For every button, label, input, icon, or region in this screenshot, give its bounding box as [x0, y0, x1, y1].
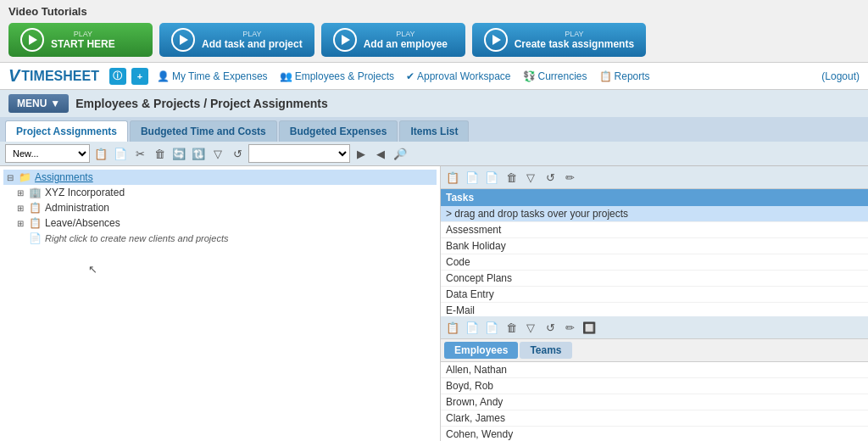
tab-budgeted-expenses[interactable]: Budgeted Expenses — [279, 120, 398, 142]
rt-icon-2[interactable]: 📄 — [464, 169, 481, 186]
start-here-btn[interactable]: PLAY START HERE — [8, 23, 153, 57]
bt-icon-5[interactable]: ↺ — [542, 319, 559, 336]
breadcrumb-bar: MENU ▼ Employees & Projects / Project As… — [0, 90, 868, 117]
breadcrumb: Employees & Projects / Project Assignmen… — [75, 97, 327, 110]
toolbar-icon-9[interactable]: 🔎 — [392, 145, 409, 162]
bt-icon-2[interactable]: 📄 — [464, 319, 481, 336]
tree-label-hint: Right click to create new clients and pr… — [45, 233, 228, 243]
employee-list: Allen, Nathan Boyd, Rob Brown, Andy Clar… — [441, 362, 868, 441]
rt-edit-icon[interactable]: ✏ — [561, 169, 578, 186]
tree-xyz-incorporated[interactable]: ⊞ 🏢 XYZ Incorporated — [15, 185, 437, 200]
tasks-header: Tasks — [441, 189, 868, 206]
bt-icon-3[interactable]: 📄 — [483, 319, 500, 336]
rt-filter-icon[interactable]: ▽ — [522, 169, 539, 186]
toolbar-icon-3[interactable]: ✂ — [131, 145, 148, 162]
bt-filter-icon[interactable]: ▽ — [522, 319, 539, 336]
task-bank-holiday[interactable]: Bank Holiday — [441, 238, 868, 254]
emp-allen-nathan[interactable]: Allen, Nathan — [441, 362, 868, 378]
tab-teams[interactable]: Teams — [520, 342, 571, 359]
toolbar-icon-2[interactable]: 📄 — [112, 145, 129, 162]
nav-approval[interactable]: ✔ Approval Workspace — [403, 70, 515, 82]
hint-icon: 📄 — [29, 232, 42, 244]
leave-icon: 📋 — [29, 217, 42, 229]
video-buttons-container: PLAY START HERE PLAY Add task and projec… — [8, 23, 860, 57]
logout-link[interactable]: (Logout) — [821, 70, 860, 82]
add-task-project-btn[interactable]: PLAY Add task and project — [159, 23, 314, 57]
logo-text: TIMESHEET — [21, 69, 99, 84]
toolbar-icon-1[interactable]: 📋 — [92, 145, 109, 162]
top-nav: V TIMESHEET ⓘ + 👤 My Time & Expenses 👥 E… — [0, 63, 868, 90]
rt-icon-1[interactable]: 📋 — [444, 169, 461, 186]
rt-icon-4[interactable]: 🗑 — [503, 169, 520, 186]
person-icon: 👤 — [157, 70, 170, 82]
panels: ⊟ 📁 Assignments ⊞ 🏢 XYZ Incorporated ⊞ 📋… — [0, 166, 868, 441]
xyz-icon: 🏢 — [29, 187, 42, 198]
tree-label-assignments: Assignments — [35, 171, 93, 183]
nav-icon-add[interactable]: + — [131, 68, 148, 85]
expander-leave: ⊞ — [15, 219, 25, 228]
add-employee-btn[interactable]: PLAY Add an employee — [321, 23, 465, 57]
refresh-icon[interactable]: ↺ — [229, 145, 246, 162]
task-assessment[interactable]: Assessment — [441, 222, 868, 238]
filter-dropdown[interactable] — [248, 144, 350, 163]
rt-icon-3[interactable]: 📄 — [483, 169, 500, 186]
emp-clark-james[interactable]: Clark, James — [441, 410, 868, 427]
employee-tabs: Employees Teams — [441, 339, 868, 362]
tab-employees[interactable]: Employees — [444, 342, 518, 359]
nav-currencies[interactable]: 💱 Currencies — [520, 70, 591, 82]
tree-administration[interactable]: ⊞ 📋 Administration — [15, 200, 437, 215]
tab-items-list[interactable]: Items List — [399, 120, 469, 142]
task-concept-plans[interactable]: Concept Plans — [441, 271, 868, 287]
play-circle-task — [171, 28, 195, 52]
admin-icon: 📋 — [29, 202, 42, 214]
bt-edit-icon[interactable]: ✏ — [561, 319, 578, 336]
task-code[interactable]: Code — [441, 254, 868, 271]
create-task-assignments-btn[interactable]: PLAY Create task assignments — [472, 23, 646, 57]
right-panel: 📋 📄 📄 🗑 ▽ ↺ ✏ Tasks > drag and drop task… — [441, 166, 868, 441]
emp-cohen-wendy[interactable]: Cohen, Wendy — [441, 427, 868, 441]
bt-icon-6[interactable]: 🔲 — [581, 319, 598, 336]
bt-icon-4[interactable]: 🗑 — [503, 319, 520, 336]
check-icon: ✔ — [406, 70, 415, 82]
toolbar-icon-4[interactable]: 🗑 — [151, 145, 168, 162]
logo: V TIMESHEET — [8, 66, 99, 86]
expander-root: ⊟ — [5, 173, 15, 182]
people-icon: 👥 — [280, 70, 292, 82]
cursor-indicator: ↖ — [88, 263, 437, 276]
right-toolbar-bottom: 📋 📄 📄 🗑 ▽ ↺ ✏ 🔲 — [441, 316, 868, 339]
task-email[interactable]: E-Mail — [441, 303, 868, 316]
task-drag-hint[interactable]: > drag and drop tasks over your projects — [441, 206, 868, 222]
expander-admin: ⊞ — [15, 204, 25, 213]
tab-project-assignments[interactable]: Project Assignments — [5, 120, 128, 142]
emp-boyd-rob[interactable]: Boyd, Rob — [441, 378, 868, 394]
menu-button[interactable]: MENU ▼ — [8, 94, 69, 113]
nav-my-time[interactable]: 👤 My Time & Expenses — [153, 70, 271, 82]
filter-icon[interactable]: ▽ — [209, 145, 226, 162]
tree-label-leave: Leave/Absences — [45, 217, 120, 229]
toolbar-icon-7[interactable]: ▶ — [353, 145, 370, 162]
play-circle-assignments — [484, 28, 508, 52]
left-panel-tree: ⊟ 📁 Assignments ⊞ 🏢 XYZ Incorporated ⊞ 📋… — [0, 166, 441, 441]
video-tutorials-bar: Video Tutorials PLAY START HERE PLAY Add… — [0, 0, 868, 63]
tree-label-admin: Administration — [45, 202, 109, 214]
tree-root-assignments[interactable]: ⊟ 📁 Assignments — [3, 170, 437, 185]
play-circle-start — [20, 28, 44, 52]
chevron-down-icon: ▼ — [50, 98, 60, 109]
rt-icon-5[interactable]: ↺ — [542, 169, 559, 186]
nav-employees-projects[interactable]: 👥 Employees & Projects — [276, 70, 398, 82]
right-toolbar-top: 📋 📄 📄 🗑 ▽ ↺ ✏ — [441, 166, 868, 189]
emp-brown-andy[interactable]: Brown, Andy — [441, 394, 868, 410]
bt-icon-1[interactable]: 📋 — [444, 319, 461, 336]
tabs-bar: Project Assignments Budgeted Time and Co… — [0, 117, 868, 142]
toolbar-icon-5[interactable]: 🔄 — [170, 145, 187, 162]
video-tutorials-title: Video Tutorials — [8, 5, 860, 18]
tree-leave-absences[interactable]: ⊞ 📋 Leave/Absences — [15, 215, 437, 231]
toolbar-icon-8[interactable]: ◀ — [372, 145, 389, 162]
new-dropdown[interactable]: New... — [5, 144, 90, 163]
nav-icon-info[interactable]: ⓘ — [109, 68, 126, 85]
task-list: > drag and drop tasks over your projects… — [441, 206, 868, 316]
tab-budgeted-time-costs[interactable]: Budgeted Time and Costs — [130, 120, 277, 142]
toolbar-icon-6[interactable]: 🔃 — [190, 145, 207, 162]
task-data-entry[interactable]: Data Entry — [441, 287, 868, 303]
nav-reports[interactable]: 📋 Reports — [596, 70, 654, 82]
